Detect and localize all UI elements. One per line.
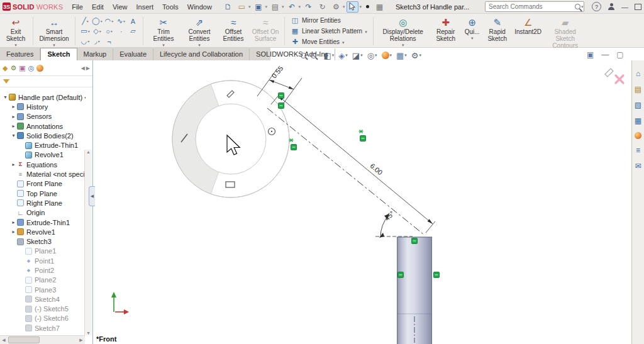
ellipse-tool-dropdown-icon[interactable]: ▾ [111,29,113,33]
tree-item-history[interactable]: ▸History [0,102,86,111]
arc-tool-dropdown-icon[interactable]: ▾ [111,19,113,23]
slot-tool-dropdown-icon[interactable]: ▾ [87,39,89,43]
tree-item-plane3[interactable]: Plane3 [0,285,86,294]
edit-appearance-icon[interactable]: ▾ [382,52,392,59]
display-delete-relations-button[interactable]: ◎ Display/Delete Relations ▾ [376,15,430,47]
cancel-sketch-icon[interactable] [616,75,623,83]
quick-snaps-button[interactable]: ⊕ Qui... ▾ [462,15,483,47]
tree-item-point2[interactable]: ◆Point2 [0,265,86,275]
redo-icon[interactable]: ↷ [303,1,314,13]
undo-icon[interactable]: ↶ [286,1,297,13]
tree-item-right-plane[interactable]: Right Plane [0,198,86,208]
polygon-tool-dropdown-icon[interactable]: ▾ [99,29,101,33]
tree-item-extrude-thin1[interactable]: ▸Extrude-Thin1 [0,218,86,227]
select-dropdown-icon[interactable]: ▾ [359,4,362,9]
menu-insert[interactable]: Insert [133,2,158,12]
search-dropdown-icon[interactable]: ▾ [581,4,584,9]
text-tool-icon[interactable]: A [127,16,139,26]
dimension-45deg[interactable]: 45° [375,209,413,238]
tree-item-top-plane[interactable]: Top Plane [0,189,86,198]
tree-expander-icon[interactable]: ▸ [10,162,17,167]
mirror-entities-button[interactable]: ◫ Mirror Entities [289,16,369,25]
shaded-sketch-contours-button[interactable]: ▰ Shaded Sketch Contours [545,15,586,47]
view-palette-icon[interactable]: ▦ [635,116,641,125]
move-dropdown-icon[interactable]: ▾ [342,40,345,45]
panel-collapse-handle[interactable]: ◀ [89,186,95,206]
rectangle-tool-dropdown-icon[interactable]: ▾ [88,29,90,33]
ellipse-tool-icon[interactable]: ○▾ [103,26,115,36]
apps-grid-icon[interactable]: ▦ [374,1,386,13]
tree-item-plane1[interactable]: Plane1 [0,247,86,256]
tree-item-sketch5[interactable]: (-) Sketch5 [0,304,86,314]
design-library-icon[interactable]: ▤ [635,85,641,94]
plane-tool-icon[interactable]: ▱ [127,26,139,36]
construction-line[interactable] [267,108,424,235]
trim-entities-button[interactable]: ✂ Trim Entities ▾ [146,15,181,47]
graphics-area[interactable]: 6.00 0.55 45° [93,60,631,344]
fillet-tool-dropdown-icon[interactable]: ▾ [98,39,100,43]
quick-snaps-dropdown-icon[interactable]: ▾ [471,36,474,40]
rectangle-tool-icon[interactable]: ▭▾ [79,26,91,36]
polygon-tool-icon[interactable]: ◇▾ [91,26,103,36]
tree-expander-icon[interactable]: ▾ [2,94,9,100]
tab-sketch[interactable]: Sketch [40,48,77,60]
save-dropdown-icon[interactable]: ▾ [265,4,267,9]
tree-expander-icon[interactable]: ▸ [10,229,17,235]
instant2d-button[interactable]: ∠ Instant2D [512,15,545,47]
forum-icon[interactable]: ✉ [635,162,641,170]
tree-item-sketch6[interactable]: (-) Sketch6 [0,314,86,323]
property-manager-icon[interactable]: ⚙ [10,64,16,72]
tree-vertical-scrollbar[interactable]: ▲ ▼ [84,150,92,335]
linear-pattern-dropdown-icon[interactable]: ▾ [365,30,367,34]
open-dropdown-icon[interactable]: ▾ [248,4,251,9]
dimxpert-manager-icon[interactable]: ◎ [28,64,35,72]
section-view-icon[interactable]: ◧▾ [324,51,335,60]
search-icon[interactable] [575,4,580,9]
tree-expander-icon[interactable]: ▾ [10,133,17,138]
slot-tool-icon[interactable]: ◡▾ [79,36,91,47]
repair-sketch-button[interactable]: ✚ Repair Sketch [430,15,462,47]
menu-edit[interactable]: Edit [88,2,108,12]
dimension-600[interactable]: 6.00 [271,93,435,233]
smart-dimension-dropdown-icon[interactable]: ▾ [53,43,55,47]
tree-item-sketch7[interactable]: Sketch7 [0,323,86,333]
save-icon[interactable]: ▣ [252,1,264,13]
pane-flyout-arrows[interactable]: ◀▶ [81,65,90,71]
chamfer-tool-icon[interactable]: ¬ [103,36,115,47]
circle-tool-dropdown-icon[interactable]: ▾ [101,19,103,23]
cylinder-body[interactable] [397,237,432,344]
command-search[interactable]: ▾ [485,1,584,12]
circle-tool-icon[interactable]: ◯▾ [91,16,103,26]
tree-horizontal-scrollbar[interactable]: ◀ ▶ [0,335,85,344]
scroll-left-icon[interactable]: ◀ [0,338,8,343]
tree-item-annotations[interactable]: ▸Annotations [0,121,86,131]
tab-evaluate[interactable]: Evaluate [113,48,153,60]
tab-lifecycle-collaboration[interactable]: Lifecycle and Collaboration [153,48,250,60]
arc-tool-icon[interactable]: ◠▾ [103,16,115,26]
filter-icon[interactable] [3,79,9,84]
rebuild-icon[interactable]: ↻ [316,1,328,13]
display-delete-dropdown-icon[interactable]: ▾ [402,43,404,47]
doc-minimize-icon[interactable]: — [601,50,609,59]
tree-expander-icon[interactable]: ▸ [10,123,17,129]
hide-show-items-icon[interactable]: ◎▾ [367,51,377,60]
zoom-fit-icon[interactable] [301,53,306,58]
tree-item-sensors[interactable]: ▸Sensors [0,112,86,121]
sketch-canvas[interactable]: 6.00 0.55 45° [93,60,631,344]
tree-item-front-plane[interactable]: Front Plane [0,179,86,189]
smart-dimension-button[interactable]: ↔ Smart Dimension ▾ [36,15,72,47]
scroll-down-icon[interactable]: ▼ [86,331,91,335]
restore-icon[interactable] [635,4,641,10]
display-style-icon[interactable]: ◪▾ [352,51,363,60]
tree-item-material-not-specified[interactable]: ≡Material <not specified [0,169,86,179]
dimension-600-text[interactable]: 6.00 [369,162,384,176]
menu-view[interactable]: View [109,2,131,12]
tree-item-sketch4[interactable]: Sketch4 [0,294,86,304]
convert-dropdown-icon[interactable]: ▾ [198,43,201,47]
configuration-manager-icon[interactable]: ▣ [19,64,25,72]
tree-item-revolve1[interactable]: Revolve1 [0,150,86,160]
home-icon[interactable]: ⌂ [636,69,640,78]
user-icon[interactable] [608,3,615,11]
tree-item-point1[interactable]: ◆Point1 [0,256,86,265]
convert-entities-button[interactable]: ⇗ Convert Entities ▾ [181,15,218,47]
